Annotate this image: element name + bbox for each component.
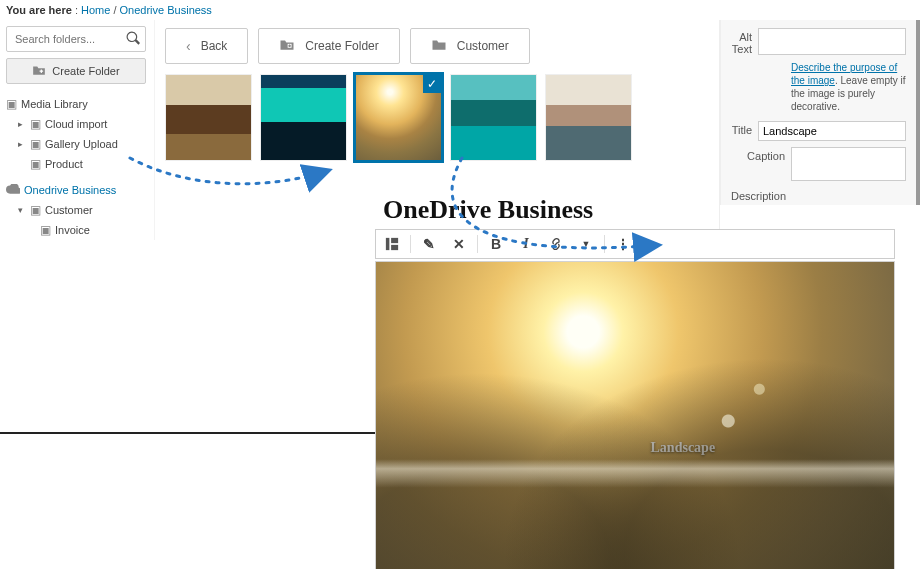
details-pane: Alt Text Describe the purpose of the ima… (720, 20, 920, 205)
editor-image-caption: Landscape (651, 440, 716, 456)
folder-icon: ▣ (30, 200, 41, 220)
breadcrumb-home[interactable]: Home (81, 4, 110, 16)
italic-button[interactable]: I (514, 232, 538, 256)
editor-preview: OneDrive Business ✎ ✕ B I ▼ ⋮ Landscape (375, 195, 895, 569)
thumbnail-5[interactable] (545, 74, 632, 161)
caption-label: Caption (731, 147, 785, 181)
folder-icon: ▣ (30, 134, 41, 154)
chevron-down-icon[interactable]: ▼ (574, 232, 598, 256)
bold-button[interactable]: B (484, 232, 508, 256)
svg-rect-2 (391, 238, 398, 243)
sidebar: Create Folder ▣ Media Library ▸ ▣ Cloud … (0, 20, 155, 240)
breadcrumb: You are here : Home / Onedrive Business (0, 0, 920, 20)
thumbnail-grid: ✓ (165, 74, 709, 161)
alt-text-hint: Describe the purpose of the image. Leave… (791, 61, 906, 113)
search-container (6, 26, 146, 52)
toolbar: ‹ Back Create Folder Customer (165, 28, 709, 64)
folder-plus-icon (279, 38, 295, 54)
more-icon[interactable]: ⋮ (611, 232, 635, 256)
caret-icon: ▸ (18, 134, 26, 154)
search-input[interactable] (6, 26, 146, 52)
editor-toolbar: ✎ ✕ B I ▼ ⋮ (375, 229, 895, 259)
create-folder-button[interactable]: Create Folder (6, 58, 146, 84)
folder-plus-icon (32, 64, 46, 78)
title-input[interactable] (758, 121, 906, 141)
check-icon: ✓ (423, 75, 441, 93)
tree-customer[interactable]: ▾ ▣ Customer (6, 200, 146, 220)
thumbnail-4[interactable] (450, 74, 537, 161)
folder-icon: ▣ (6, 94, 17, 114)
editor-image[interactable]: Landscape (375, 261, 895, 569)
layout-icon[interactable] (380, 232, 404, 256)
create-folder-toolbar-button[interactable]: Create Folder (258, 28, 399, 64)
breadcrumb-label: You are here (6, 4, 72, 16)
caption-input[interactable] (791, 147, 906, 181)
folder-icon: ▣ (30, 154, 41, 174)
tree-media-library[interactable]: ▣ Media Library (6, 94, 146, 114)
thumbnail-1[interactable] (165, 74, 252, 161)
tree-gallery-upload[interactable]: ▸ ▣ Gallery Upload (6, 134, 146, 154)
folder-icon: ▣ (30, 114, 41, 134)
link-icon[interactable] (544, 232, 568, 256)
folder-tree: ▣ Media Library ▸ ▣ Cloud import ▸ ▣ Gal… (6, 94, 146, 240)
close-icon[interactable]: ✕ (447, 232, 471, 256)
tree-product[interactable]: ▣ Product (6, 154, 146, 174)
folder-icon: ▣ (40, 220, 51, 240)
caret-down-icon: ▾ (18, 200, 26, 220)
tree-onedrive-business[interactable]: Onedrive Business (6, 180, 146, 200)
back-button[interactable]: ‹ Back (165, 28, 248, 64)
chevron-left-icon: ‹ (186, 38, 191, 54)
breadcrumb-current[interactable]: Onedrive Business (120, 4, 212, 16)
tree-invoice[interactable]: ▣ Invoice (6, 220, 146, 240)
cloud-icon (6, 180, 20, 200)
alt-text-label: Alt Text (731, 28, 752, 55)
thumbnail-2[interactable] (260, 74, 347, 161)
folder-icon (431, 38, 447, 54)
svg-rect-3 (391, 245, 398, 250)
alt-text-input[interactable] (758, 28, 906, 55)
pencil-icon[interactable]: ✎ (417, 232, 441, 256)
caret-icon: ▸ (18, 114, 26, 134)
title-label: Title (731, 121, 752, 141)
tree-cloud-import[interactable]: ▸ ▣ Cloud import (6, 114, 146, 134)
svg-rect-1 (386, 238, 390, 250)
thumbnail-3[interactable]: ✓ (355, 74, 442, 161)
customer-folder-button[interactable]: Customer (410, 28, 530, 64)
editor-heading: OneDrive Business (375, 195, 895, 225)
